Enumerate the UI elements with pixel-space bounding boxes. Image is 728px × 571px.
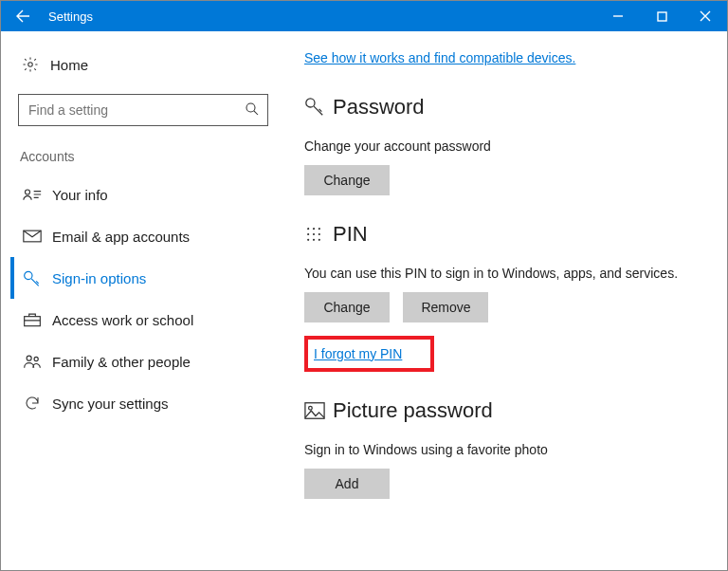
pin-buttons: Change Remove (304, 292, 708, 322)
pin-title: PIN (333, 222, 368, 247)
svg-rect-19 (305, 403, 324, 419)
svg-point-15 (318, 233, 319, 234)
top-row: See how it works and find compatible dev… (304, 48, 708, 68)
sidebar-item-label: Access work or school (52, 312, 193, 328)
sidebar-item-sign-in-options[interactable]: Sign-in options (10, 257, 276, 299)
minimize-button[interactable] (596, 1, 640, 31)
window-body: Home Accounts Your info Email & app (1, 31, 727, 570)
pin-heading: PIN (304, 222, 708, 247)
sidebar-item-your-info[interactable]: Your info (10, 174, 276, 215)
home-label: Home (50, 57, 88, 73)
password-title: Password (333, 95, 425, 120)
password-change-button[interactable]: Change (304, 165, 390, 195)
password-heading: Password (304, 95, 708, 120)
sidebar-item-family-people[interactable]: Family & other people (10, 341, 276, 382)
sidebar: Home Accounts Your info Email & app (1, 31, 285, 570)
svg-point-9 (306, 99, 315, 107)
search-icon (244, 101, 261, 121)
svg-point-1 (28, 63, 33, 67)
svg-point-10 (308, 228, 309, 229)
pin-remove-button[interactable]: Remove (403, 292, 488, 322)
password-section: Password Change your account password Ch… (304, 95, 708, 195)
svg-rect-0 (658, 12, 666, 21)
briefcase-icon (20, 311, 45, 328)
maximize-icon (657, 11, 667, 22)
svg-point-8 (34, 357, 38, 360)
key-icon (304, 97, 333, 118)
sidebar-item-sync-settings[interactable]: Sync your settings (10, 382, 276, 424)
svg-point-5 (25, 271, 32, 279)
picture-password-desc: Sign in to Windows using a favorite phot… (304, 442, 708, 457)
picture-icon (304, 401, 333, 420)
compatible-devices-link[interactable]: See how it works and find compatible dev… (304, 50, 575, 65)
keypad-icon (304, 225, 333, 244)
picture-password-add-button[interactable]: Add (304, 469, 390, 499)
svg-point-16 (308, 239, 309, 240)
picture-password-section: Picture password Sign in to Windows usin… (304, 398, 708, 499)
person-card-icon (20, 187, 45, 202)
titlebar: Settings (1, 1, 727, 31)
svg-point-14 (314, 233, 315, 234)
svg-point-3 (26, 190, 30, 194)
content: See how it works and find compatible dev… (285, 31, 727, 570)
svg-point-12 (318, 228, 319, 229)
sidebar-item-label: Sync your settings (52, 396, 169, 412)
password-desc: Change your account password (304, 138, 708, 154)
gear-icon (18, 56, 43, 73)
close-icon (700, 10, 711, 22)
sidebar-item-access-work-school[interactable]: Access work or school (10, 299, 276, 341)
settings-window: Settings Home Account (0, 0, 728, 571)
window-title: Settings (45, 9, 596, 24)
back-button[interactable] (1, 1, 45, 31)
svg-rect-6 (25, 317, 41, 326)
arrow-left-icon (15, 9, 30, 24)
sidebar-item-label: Your info (52, 187, 108, 203)
svg-point-7 (27, 356, 31, 360)
sidebar-item-label: Email & app accounts (52, 229, 190, 245)
pin-section: PIN You can use this PIN to sign in to W… (304, 222, 708, 372)
mail-icon (20, 229, 45, 244)
sidebar-item-label: Sign-in options (52, 270, 146, 286)
maximize-button[interactable] (640, 1, 683, 31)
pin-desc: You can use this PIN to sign in to Windo… (304, 266, 708, 281)
home-link[interactable]: Home (10, 48, 276, 81)
svg-point-20 (309, 406, 313, 410)
close-button[interactable] (683, 1, 727, 31)
forgot-pin-link[interactable]: I forgot my PIN (314, 346, 402, 361)
search-wrap (18, 94, 268, 126)
svg-point-18 (318, 239, 319, 240)
sidebar-item-email-accounts[interactable]: Email & app accounts (10, 215, 276, 257)
svg-point-13 (308, 233, 309, 234)
picture-password-heading: Picture password (304, 398, 708, 423)
sidebar-item-label: Family & other people (52, 354, 191, 370)
key-icon (20, 269, 45, 286)
svg-point-17 (314, 239, 315, 240)
forgot-pin-highlight: I forgot my PIN (304, 336, 434, 372)
svg-point-2 (246, 103, 255, 112)
svg-point-11 (314, 228, 315, 229)
sidebar-section-label: Accounts (10, 143, 276, 174)
search-input[interactable] (18, 94, 268, 126)
picture-password-title: Picture password (333, 398, 493, 423)
minimize-icon (612, 10, 624, 22)
people-icon (20, 353, 45, 370)
pin-change-button[interactable]: Change (304, 292, 390, 322)
sync-icon (20, 395, 45, 412)
